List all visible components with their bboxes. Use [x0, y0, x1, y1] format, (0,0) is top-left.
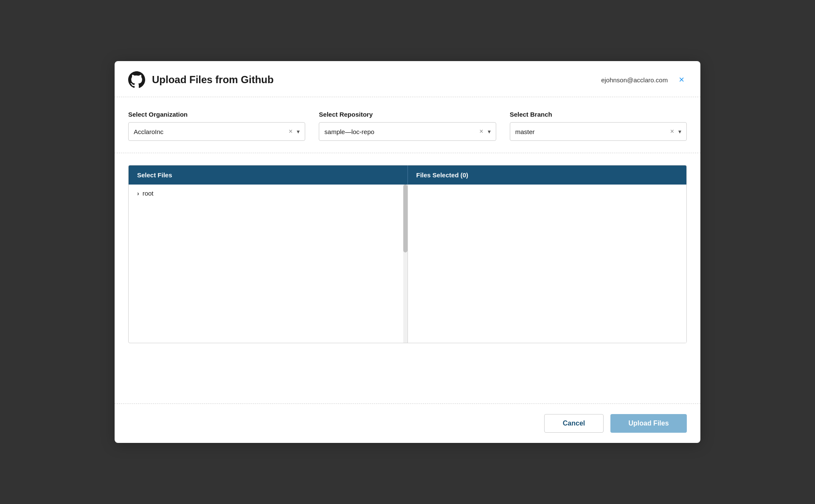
repository-value: sample—loc-repo — [324, 128, 479, 135]
tree-expand-icon: › — [137, 190, 139, 197]
branch-chevron-icon: ▾ — [678, 128, 681, 135]
tree-item-label: root — [143, 190, 154, 197]
organization-value: AcclaroInc — [134, 128, 289, 135]
files-table-header: Select Files Files Selected (0) — [129, 165, 686, 185]
files-section: Select Files Files Selected (0) › root — [115, 153, 700, 392]
repository-dropdown[interactable]: sample—loc-repo × ▾ — [319, 122, 496, 141]
files-table: Select Files Files Selected (0) › root — [128, 165, 687, 343]
header-right: ejohnson@acclaro.com × — [601, 74, 687, 85]
repository-clear-button[interactable]: × — [479, 128, 483, 135]
organization-label: Select Organization — [128, 111, 305, 118]
files-left-pane[interactable]: › root — [129, 185, 408, 343]
files-right-pane — [408, 185, 687, 343]
branch-controls: × ▾ — [670, 128, 681, 135]
organization-chevron-icon: ▾ — [297, 128, 300, 135]
tree-item-root[interactable]: › root — [129, 185, 408, 202]
repository-selector-group: Select Repository sample—loc-repo × ▾ — [319, 111, 496, 141]
select-files-header: Select Files — [129, 165, 408, 185]
modal-footer: Cancel Upload Files — [115, 403, 700, 443]
close-button[interactable]: × — [676, 74, 687, 85]
branch-clear-button[interactable]: × — [670, 128, 674, 135]
repository-chevron-icon: ▾ — [488, 128, 491, 135]
repository-label: Select Repository — [319, 111, 496, 118]
repository-controls: × ▾ — [479, 128, 490, 135]
scrollbar-track — [403, 185, 408, 343]
organization-selector-group: Select Organization AcclaroInc × ▾ — [128, 111, 305, 141]
modal-title: Upload Files from Github — [152, 74, 274, 86]
branch-dropdown[interactable]: master × ▾ — [510, 122, 687, 141]
branch-label: Select Branch — [510, 111, 687, 118]
organization-clear-button[interactable]: × — [289, 128, 292, 135]
selectors-section: Select Organization AcclaroInc × ▾ Selec… — [115, 97, 700, 153]
github-icon — [128, 71, 145, 88]
organization-dropdown[interactable]: AcclaroInc × ▾ — [128, 122, 305, 141]
organization-controls: × ▾ — [289, 128, 300, 135]
modal-dialog: Upload Files from Github ejohnson@acclar… — [115, 61, 700, 443]
header-left: Upload Files from Github — [128, 71, 274, 88]
files-table-body: › root — [129, 185, 686, 343]
modal-header: Upload Files from Github ejohnson@acclar… — [115, 61, 700, 97]
branch-selector-group: Select Branch master × ▾ — [510, 111, 687, 141]
modal-overlay: Upload Files from Github ejohnson@acclar… — [0, 0, 815, 504]
upload-files-button[interactable]: Upload Files — [610, 414, 687, 433]
user-email: ejohnson@acclaro.com — [601, 76, 668, 84]
branch-value: master — [515, 128, 670, 135]
cancel-button[interactable]: Cancel — [544, 414, 604, 433]
scrollbar-thumb — [403, 185, 408, 252]
files-selected-header: Files Selected (0) — [408, 165, 687, 185]
